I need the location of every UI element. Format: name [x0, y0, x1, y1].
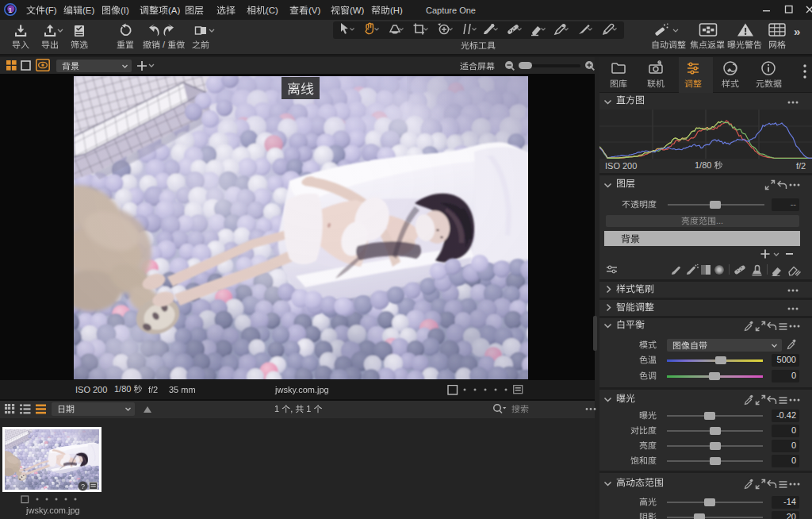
- svg-text:1: 1: [274, 404, 282, 413]
- svg-text:(W): (W): [350, 6, 365, 15]
- svg-text:?: ?: [81, 482, 85, 490]
- svg-text:(A): (A): [168, 6, 180, 15]
- svg-text:(V): (V): [308, 6, 320, 15]
- svg-text:1/80: 1/80: [114, 384, 133, 394]
- svg-text:(I): (I): [121, 6, 129, 15]
- svg-text:(E): (E): [82, 6, 94, 15]
- svg-text:(H): (H): [390, 6, 403, 15]
- svg-text:...: ...: [716, 216, 723, 225]
- svg-text:(C): (C): [266, 6, 278, 15]
- svg-text:,: ,: [290, 404, 295, 413]
- svg-text:1/80: 1/80: [695, 160, 714, 170]
- svg-text:(F): (F): [45, 6, 57, 15]
- svg-text:1: 1: [304, 404, 313, 413]
- svg-text:/: /: [160, 40, 167, 49]
- svg-text:1: 1: [8, 6, 12, 14]
